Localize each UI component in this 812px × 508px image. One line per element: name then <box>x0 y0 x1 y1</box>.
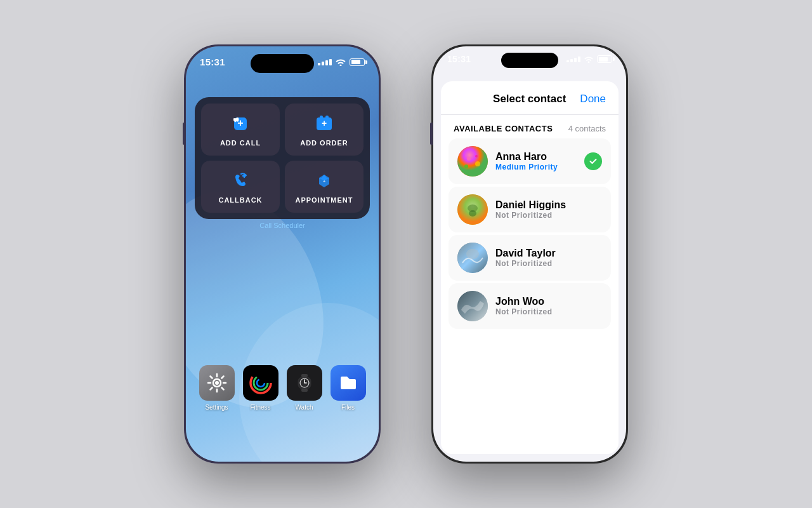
contact-status-david: Not Prioritized <box>495 259 602 268</box>
contact-sheet: Select contact Done Available Contacts 4… <box>441 81 619 454</box>
appointment-icon: + <box>313 170 336 192</box>
phone-left: 15:31 <box>184 44 381 464</box>
files-app[interactable]: Files <box>331 365 366 411</box>
battery-icon-right <box>597 55 612 63</box>
files-label: Files <box>341 404 355 411</box>
wifi-icon-right <box>584 56 593 63</box>
widget-container: + Add Call + <box>195 97 370 229</box>
appointment-button[interactable]: + Appointment <box>285 161 363 213</box>
svg-point-18 <box>475 155 478 157</box>
widget-title: Call Scheduler <box>195 222 370 229</box>
contact-name-david: David Taylor <box>495 248 602 259</box>
wifi-icon <box>336 58 346 66</box>
svg-point-17 <box>467 157 471 161</box>
checkmark-anna <box>584 152 602 170</box>
done-button[interactable]: Done <box>580 93 606 105</box>
contact-item-john[interactable]: John Woo Not Prioritized <box>449 283 611 329</box>
section-header: Available Contacts 4 contacts <box>441 115 619 138</box>
signal-icon-right <box>566 57 580 62</box>
add-order-icon: + <box>313 112 336 135</box>
status-icons-right <box>566 55 612 63</box>
add-order-label: Add Order <box>300 139 348 147</box>
svg-point-19 <box>475 161 480 166</box>
contact-item-anna[interactable]: Anna Haro Medium Priority <box>449 138 611 184</box>
svg-point-20 <box>464 164 468 168</box>
battery-icon-left <box>350 58 365 66</box>
svg-point-8 <box>215 381 219 385</box>
contact-status-john: Not Prioritized <box>495 307 602 316</box>
contact-info-anna: Anna Haro Medium Priority <box>495 151 577 171</box>
contact-info-david: David Taylor Not Prioritized <box>495 248 602 268</box>
add-order-button[interactable]: + Add Order <box>285 104 363 156</box>
fitness-icon <box>243 365 278 401</box>
svg-rect-13 <box>301 389 308 392</box>
contact-list: Anna Haro Medium Priority <box>441 138 619 329</box>
watch-label: Watch <box>296 404 313 411</box>
contact-name-anna: Anna Haro <box>495 151 577 163</box>
contact-info-daniel: Daniel Higgins Not Prioritized <box>495 199 602 220</box>
watch-icon <box>287 365 322 401</box>
svg-point-16 <box>457 146 488 177</box>
contact-item-david[interactable]: David Taylor Not Prioritized <box>449 235 611 281</box>
appointment-label: Appointment <box>295 196 353 204</box>
time-right: 15:31 <box>447 54 471 64</box>
avatar-anna <box>457 146 488 177</box>
callback-label: Callback <box>218 196 262 204</box>
fitness-app[interactable]: Fitness <box>243 365 278 411</box>
contact-status-daniel: Not Prioritized <box>495 211 602 220</box>
call-scheduler-widget: + Add Call + <box>195 97 370 219</box>
svg-point-25 <box>466 249 479 259</box>
contact-count: 4 contacts <box>568 124 606 133</box>
dynamic-island-right <box>501 53 558 68</box>
section-title: Available Contacts <box>454 124 553 133</box>
svg-point-23 <box>469 210 476 217</box>
phone-right: 15:31 Se <box>431 44 628 464</box>
contact-name-john: John Woo <box>495 296 602 307</box>
avatar-david <box>457 243 488 273</box>
settings-label: Settings <box>205 404 228 411</box>
app-icon-row: Settings Fitness <box>195 365 370 411</box>
settings-icon <box>199 365 235 401</box>
phone-screen-right: 15:31 Se <box>433 46 626 462</box>
status-icons-left <box>318 58 365 66</box>
callback-button[interactable]: Callback <box>201 161 280 213</box>
add-call-icon: + <box>229 112 252 135</box>
files-icon <box>331 365 366 401</box>
svg-point-10 <box>254 376 268 390</box>
watch-app[interactable]: Watch <box>287 365 322 411</box>
svg-text:+: + <box>322 118 327 128</box>
sheet-title: Select contact <box>479 93 580 105</box>
svg-rect-12 <box>301 374 308 377</box>
contact-name-daniel: Daniel Higgins <box>495 199 602 211</box>
sheet-header: Select contact Done <box>441 81 619 115</box>
svg-text:+: + <box>323 178 326 184</box>
dynamic-island-left <box>251 54 314 73</box>
avatar-john <box>457 291 488 321</box>
phone-screen-left: 15:31 <box>186 46 379 462</box>
contact-item-daniel[interactable]: Daniel Higgins Not Prioritized <box>449 187 611 232</box>
contact-status-anna: Medium Priority <box>495 163 577 171</box>
fitness-label: Fitness <box>250 404 270 411</box>
callback-icon <box>229 170 252 192</box>
contact-info-john: John Woo Not Prioritized <box>495 296 602 316</box>
add-call-label: Add Call <box>220 139 261 147</box>
settings-app[interactable]: Settings <box>199 365 235 411</box>
svg-point-26 <box>457 291 488 321</box>
time-left: 15:31 <box>200 57 225 67</box>
add-call-button[interactable]: + Add Call <box>201 104 280 156</box>
svg-point-11 <box>257 379 265 387</box>
avatar-daniel <box>457 194 488 225</box>
signal-icon <box>318 59 332 65</box>
